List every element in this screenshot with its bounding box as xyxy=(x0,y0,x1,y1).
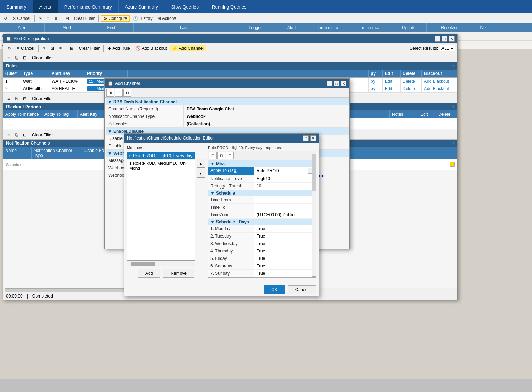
notif-schedule-label: Schedule xyxy=(3,161,25,168)
select-results-dropdown[interactable]: ALL xyxy=(440,45,455,51)
sce-members-list[interactable]: 0 Role:PROD, High10, Every day 1 Role:PR… xyxy=(127,152,195,261)
close-button[interactable]: ✕ xyxy=(449,36,455,42)
tab-performance[interactable]: Performance Summary xyxy=(58,0,119,13)
ac-add-blackout-btn[interactable]: 🚫 Add Blackout xyxy=(133,45,169,51)
ac-sub-btn-1[interactable]: ⊞ xyxy=(106,89,114,97)
actions-button[interactable]: ⊞ Actions xyxy=(156,16,178,21)
rules-cell-blackout-2[interactable]: Add Blackout xyxy=(422,85,457,92)
rules-cell-blackout-1[interactable]: Add Blackout xyxy=(422,78,457,85)
sep2 xyxy=(61,15,61,22)
ac-add-rule-btn[interactable]: ✚ Add Rule xyxy=(106,45,132,51)
sce-member-0[interactable]: 0 Role:PROD, High10, Every day xyxy=(127,152,195,160)
tab-azure[interactable]: Azure Summary xyxy=(119,0,165,13)
ac-sub-clear-filter-btn[interactable]: Clear Filter xyxy=(30,55,55,61)
bo-clear-filter-btn[interactable]: Clear Filter xyxy=(30,96,55,102)
nc-list-btn[interactable]: ≡ xyxy=(5,132,12,138)
rules-cell-edit-2[interactable]: Edit xyxy=(383,85,401,92)
sce-member-1[interactable]: 1 Role:PROD, Medium10, On Mond xyxy=(127,160,195,172)
sce-cancel-btn[interactable]: Cancel xyxy=(288,285,316,294)
prop-key-channel-name: Channel Name (Required) xyxy=(106,105,184,113)
bo-copy-btn[interactable]: ⎘ xyxy=(13,96,20,102)
sce-add-btn[interactable]: Add xyxy=(138,269,160,278)
notif-plus-btn[interactable]: + xyxy=(452,141,455,146)
maximize-button[interactable]: □ xyxy=(442,36,447,42)
schedule-editor-window: NotificationChannelSchedule Collection E… xyxy=(124,133,319,296)
sce-members-label: Members: xyxy=(127,146,205,150)
sce-vertical-scrollbar[interactable] xyxy=(312,153,316,277)
main-tab-bar: Summary Alerts Performance Summary Azure… xyxy=(0,0,532,13)
ac-add-channel-btn[interactable]: ⚡ Add Channel xyxy=(170,45,206,51)
ac-refresh-btn[interactable]: ↺ xyxy=(5,45,13,51)
bo-list-btn[interactable]: ≡ xyxy=(5,96,12,102)
ac-clear-filter-btn[interactable]: Clear Filter xyxy=(77,45,102,51)
rules-th-key: Alert Key xyxy=(49,70,85,77)
misc-section-label: Misc xyxy=(216,161,226,166)
pp-row-time-from: Time From xyxy=(208,196,316,204)
tab-summary[interactable]: Summary xyxy=(0,0,33,13)
apply-tag-value: Role:PROD xyxy=(257,168,279,173)
sce-arrow-buttons: ▲ ▼ xyxy=(197,159,205,261)
ac-sub-copy-btn[interactable]: ⎘ xyxy=(13,55,20,61)
clear-filter-button[interactable]: Clear Filter xyxy=(72,16,97,21)
blackout-plus-btn[interactable]: + xyxy=(452,104,455,109)
nc-copy-btn[interactable]: ⎘ xyxy=(13,132,20,138)
ac-copy-btn[interactable]: ⎘ xyxy=(41,45,47,51)
bg-col-alert3: Alert xyxy=(276,23,307,32)
sce-ok-btn[interactable]: OK xyxy=(264,285,285,294)
bo-th-delete: Delete xyxy=(436,110,457,118)
copy-button[interactable]: ⎘ xyxy=(37,16,43,21)
main-window: Summary Alerts Performance Summary Azure… xyxy=(0,0,532,379)
sce-member-buttons: Add Remove xyxy=(127,269,205,278)
configure-button[interactable]: ⚙ Configure xyxy=(101,15,129,22)
rules-cell-delete-1[interactable]: Delete xyxy=(401,78,422,85)
pp-btn-2[interactable]: ⊡ xyxy=(217,152,225,159)
ac-list-btn[interactable]: ≡ xyxy=(57,45,64,51)
pp-section-misc[interactable]: ▼ Misc xyxy=(208,160,316,167)
minimize-button[interactable]: – xyxy=(435,36,440,42)
pp-key-notif-level: Notification Leve xyxy=(208,175,254,182)
sce-down-btn[interactable]: ▼ xyxy=(197,169,205,178)
tab-running-queries[interactable]: Running Queries xyxy=(205,0,253,13)
tab-slow-queries[interactable]: Slow Queries xyxy=(165,0,205,13)
sce-help-btn[interactable]: ? xyxy=(303,135,309,141)
rules-cell-delete-2[interactable]: Delete xyxy=(401,85,422,92)
refresh-button[interactable]: ↺ xyxy=(2,16,9,21)
cancel-button[interactable]: ✕ Cancel xyxy=(11,16,32,21)
bg-col-update: Update xyxy=(391,23,427,32)
ac-cancel-btn[interactable]: ✕ Cancel xyxy=(14,45,37,51)
ac-filter-btn[interactable]: ⊟ xyxy=(68,45,76,51)
pp-section-sched-days[interactable]: ▼ Schedule - Days xyxy=(208,219,316,225)
ac-export-btn[interactable]: ⊡ xyxy=(48,45,56,51)
ac-sub-btn-3[interactable]: ⊟ xyxy=(123,89,131,97)
ac-sub-btn-2[interactable]: ⊡ xyxy=(115,89,123,97)
sce-close-btn[interactable]: ✕ xyxy=(310,135,316,141)
ac-sub-list-btn[interactable]: ≡ xyxy=(5,55,12,61)
tab-alerts[interactable]: Alerts xyxy=(33,0,58,13)
ac-minimize-btn[interactable]: – xyxy=(327,81,332,86)
pp-section-schedule[interactable]: ▼ Schedule xyxy=(208,190,316,196)
sce-title-buttons: ? ✕ xyxy=(303,135,316,141)
pp-val-saturday: True xyxy=(254,262,316,270)
select-results-label: Select Results: xyxy=(410,46,438,51)
rules-cell-edit-1[interactable]: Edit xyxy=(383,78,401,85)
pp-btn-1[interactable]: ⊞ xyxy=(209,152,217,159)
bo-filter-btn[interactable]: ⊟ xyxy=(21,96,29,102)
ac-close-btn[interactable]: ✕ xyxy=(341,81,346,86)
nc-clear-filter-btn[interactable]: Clear Filter xyxy=(30,132,55,138)
export-button[interactable]: ⊡ xyxy=(44,16,52,21)
rules-label: Rules xyxy=(6,64,18,69)
add-channel-controls: – □ ✕ xyxy=(327,81,346,86)
pp-key-time-to: Time To xyxy=(208,204,254,211)
ac-sub-filter-btn[interactable]: ⊟ xyxy=(21,55,29,61)
list-button[interactable]: ≡ xyxy=(53,16,59,21)
filter-button[interactable]: ⊟ xyxy=(64,16,71,21)
nc-filter-btn[interactable]: ⊟ xyxy=(21,132,29,138)
sce-list-scrollbar[interactable] xyxy=(127,262,195,266)
rules-plus-btn[interactable]: + xyxy=(452,64,455,69)
history-button[interactable]: 🕐 History xyxy=(131,16,155,21)
ac-maximize-btn[interactable]: □ xyxy=(334,81,339,86)
sce-remove-btn[interactable]: Remove xyxy=(163,269,194,278)
pp-val-monday: True xyxy=(254,225,316,232)
pp-btn-3[interactable]: ⊟ xyxy=(226,152,234,159)
sce-up-btn[interactable]: ▲ xyxy=(197,159,205,168)
